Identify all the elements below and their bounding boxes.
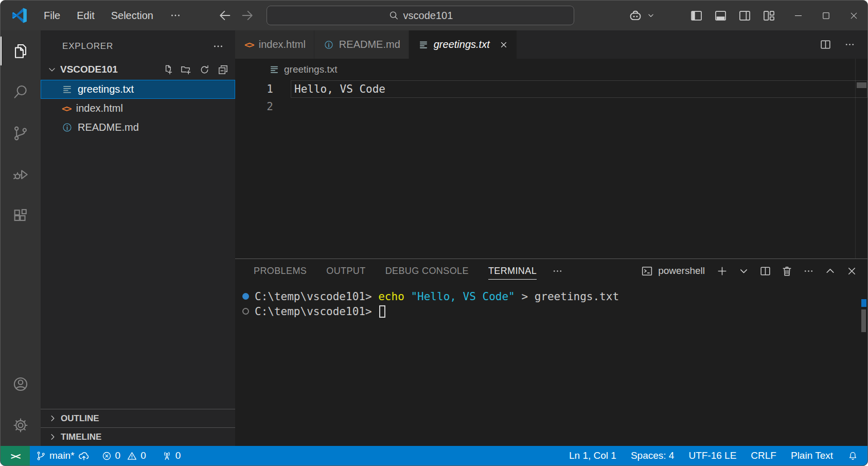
panel-tab-debug-console[interactable]: DEBUG CONSOLE	[385, 263, 469, 280]
customize-layout-icon[interactable]	[762, 9, 776, 23]
command-success-decoration-icon[interactable]	[242, 293, 249, 300]
encoding-item[interactable]: UTF-16 LE	[681, 446, 743, 465]
new-file-icon[interactable]	[162, 64, 173, 76]
editor-scrollbar-thumb[interactable]	[857, 82, 866, 88]
tab-greetings-txt[interactable]: greetings.txt	[409, 30, 517, 59]
vscode-logo-icon	[12, 8, 27, 23]
branch-status-item[interactable]: main*	[30, 446, 96, 465]
terminal-prompt: C:\temp\vscode101>	[255, 305, 378, 318]
activitybar-run-debug[interactable]	[1, 154, 41, 195]
panel-tab-terminal[interactable]: TERMINAL	[488, 263, 537, 280]
tab-label: greetings.txt	[434, 39, 490, 50]
split-terminal-icon[interactable]	[759, 265, 772, 278]
remote-indicator[interactable]: ><	[1, 446, 30, 465]
toggle-primary-sidebar-icon[interactable]	[689, 9, 703, 23]
maximize-panel-chevron-icon[interactable]	[824, 265, 837, 278]
activitybar-extensions[interactable]	[1, 195, 41, 236]
terminal-string-arg: "Hello, VS Code"	[404, 290, 515, 303]
menu-overflow-icon[interactable]	[164, 6, 187, 25]
chevron-down-icon	[646, 11, 656, 20]
editor-more-actions-icon[interactable]	[843, 38, 856, 51]
workspace-section-header[interactable]: VSCODE101	[41, 59, 235, 80]
collapse-all-icon[interactable]	[217, 64, 229, 76]
go-forward-icon[interactable]	[240, 8, 255, 23]
workspace-name: VSCODE101	[60, 64, 118, 75]
panel-more-actions-icon[interactable]	[802, 265, 815, 278]
terminal-tail: > greetings.txt	[515, 290, 619, 303]
editor-scrollbar[interactable]	[855, 59, 867, 258]
panel-tabs-more-icon[interactable]	[551, 265, 564, 278]
activitybar-explorer[interactable]	[1, 30, 41, 72]
bell-icon	[847, 451, 858, 461]
breadcrumb[interactable]: greetings.txt	[235, 59, 867, 80]
problems-status-item[interactable]: 0 0	[96, 446, 152, 465]
command-pending-decoration-icon[interactable]	[242, 308, 249, 315]
tab-index-html[interactable]: <> index.html	[235, 30, 314, 59]
menu-edit[interactable]: Edit	[70, 7, 100, 24]
copilot-menu[interactable]	[628, 8, 656, 23]
terminal-command: echo	[378, 290, 404, 303]
close-panel-icon[interactable]	[845, 265, 858, 278]
file-item-index-html[interactable]: <> index.html	[41, 99, 235, 118]
breadcrumb-filename: greetings.txt	[284, 64, 338, 75]
refresh-icon[interactable]	[199, 64, 210, 76]
activitybar-settings[interactable]	[1, 405, 41, 446]
bottom-panel: PROBLEMS OUTPUT DEBUG CONSOLE TERMINAL p…	[235, 258, 867, 446]
tab-label: README.md	[339, 39, 400, 50]
close-window-button[interactable]	[840, 1, 867, 30]
ports-status-item[interactable]: 0	[156, 446, 187, 465]
outline-label: OUTLINE	[61, 413, 99, 424]
menubar: File Edit Selection	[38, 6, 187, 25]
file-item-greetings-txt[interactable]: greetings.txt	[41, 80, 235, 99]
terminal-instance[interactable]: powershell	[641, 265, 705, 278]
command-center-search[interactable]: vscode101	[267, 6, 574, 25]
explorer-more-actions-icon[interactable]	[211, 40, 225, 53]
code-line-2: 2	[235, 98, 867, 115]
panel-tabs: PROBLEMS OUTPUT DEBUG CONSOLE TERMINAL	[254, 263, 537, 280]
menu-file[interactable]: File	[38, 7, 66, 24]
timeline-section-header[interactable]: TIMELINE	[41, 427, 235, 446]
chevron-right-icon	[48, 432, 58, 442]
tab-readme-md[interactable]: README.md	[314, 30, 409, 59]
terminal-line-1: C:\temp\vscode101> echo "Hello, VS Code"…	[242, 289, 867, 304]
minimize-button[interactable]	[784, 1, 812, 30]
panel-tab-output[interactable]: OUTPUT	[326, 263, 365, 280]
activitybar-search[interactable]	[1, 72, 41, 113]
indentation-item[interactable]: Spaces: 4	[624, 446, 682, 465]
go-back-icon[interactable]	[217, 8, 233, 23]
terminal-line-2: C:\temp\vscode101>	[242, 304, 867, 319]
new-folder-icon[interactable]	[180, 64, 192, 76]
toggle-panel-icon[interactable]	[714, 9, 728, 23]
activitybar-source-control[interactable]	[1, 113, 41, 154]
warning-count: 0	[140, 450, 146, 461]
menu-selection[interactable]: Selection	[105, 7, 160, 24]
remote-glyph: ><	[11, 451, 20, 461]
kill-terminal-trash-icon[interactable]	[781, 265, 793, 278]
toggle-secondary-sidebar-icon[interactable]	[738, 9, 752, 23]
error-circle-icon	[101, 451, 112, 461]
terminal-scrollbar-thumb[interactable]	[861, 309, 866, 332]
cursor-position-item[interactable]: Ln 1, Col 1	[562, 446, 624, 465]
eol-item[interactable]: CRLF	[743, 446, 784, 465]
error-count: 0	[115, 450, 121, 461]
maximize-button[interactable]	[812, 1, 840, 30]
code-line-1: 1 Hello, VS Code	[235, 80, 867, 98]
titlebar-right	[628, 1, 867, 30]
new-terminal-icon[interactable]	[716, 265, 729, 278]
terminal-output[interactable]: C:\temp\vscode101> echo "Hello, VS Code"…	[235, 283, 867, 446]
notifications-bell[interactable]	[840, 446, 867, 465]
close-tab-icon[interactable]	[499, 40, 508, 49]
file-item-readme-md[interactable]: README.md	[41, 118, 235, 137]
outline-section-header[interactable]: OUTLINE	[41, 409, 235, 427]
git-branch-icon	[36, 451, 46, 461]
split-editor-icon[interactable]	[819, 38, 832, 51]
launch-profile-chevron-icon[interactable]	[737, 265, 750, 278]
code-editor[interactable]: 1 Hello, VS Code 2	[235, 80, 867, 115]
editor-group-actions	[819, 30, 867, 59]
activitybar-accounts[interactable]	[1, 364, 41, 405]
extensions-icon	[12, 207, 29, 225]
ports-count: 0	[175, 450, 181, 461]
language-mode-item[interactable]: Plain Text	[784, 446, 840, 465]
panel-tab-problems[interactable]: PROBLEMS	[254, 263, 307, 280]
search-icon	[388, 10, 399, 21]
